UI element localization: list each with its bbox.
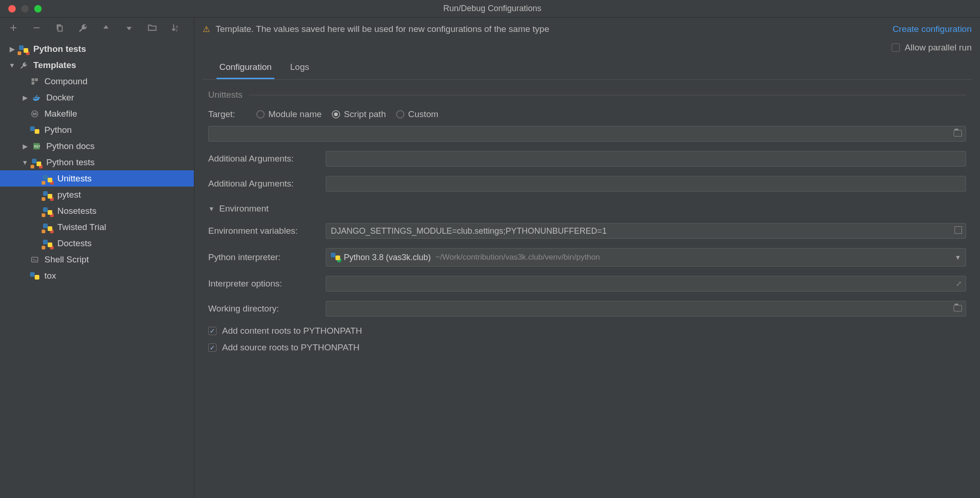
move-down-icon[interactable] (124, 23, 134, 33)
tree-label: Makefile (44, 109, 77, 119)
content-roots-label: Add content roots to PYTHONPATH (222, 326, 362, 336)
tree-node-twisted-trial[interactable]: Twisted Trial (0, 219, 194, 235)
chevron-down-icon: ▼ (208, 205, 215, 212)
source-roots-label: Add source roots to PYTHONPATH (222, 342, 360, 353)
list-edit-icon[interactable] (955, 226, 962, 236)
tree-label: Templates (33, 60, 76, 70)
svg-text:z: z (176, 28, 178, 32)
tree-label: Python tests (33, 44, 86, 54)
tree-label: Compound (44, 76, 87, 87)
additional-args-field-2[interactable] (326, 176, 966, 192)
additional-args-label: Additional Arguments: (208, 154, 319, 164)
chevron-right-icon: ▶ (21, 94, 29, 101)
tree-node-tox[interactable]: tox (0, 268, 194, 284)
tree-label: tox (44, 271, 56, 281)
tree-node-nosetests[interactable]: Nosetests (0, 203, 194, 219)
radio-label: Custom (408, 109, 438, 119)
target-label: Target: (208, 109, 250, 119)
tree-label: Docker (46, 93, 74, 103)
tab-logs[interactable]: Logs (287, 56, 312, 79)
content-panel: ⚠ Template. The values saved here will b… (194, 18, 980, 498)
section-title: Unittests (208, 90, 242, 100)
allow-parallel-run-checkbox[interactable] (892, 44, 900, 52)
working-dir-field[interactable] (326, 301, 966, 317)
tree-label: Python (44, 125, 72, 135)
interpreter-options-field[interactable]: ⤢ (326, 276, 966, 292)
tree-node-python[interactable]: Python (0, 122, 194, 138)
remove-icon[interactable] (31, 23, 42, 33)
content-roots-checkbox[interactable] (208, 327, 217, 335)
tree-label: Shell Script (44, 255, 89, 265)
interpreter-select[interactable]: Python 3.8 (vas3k.club) ~/Work/contribut… (326, 248, 966, 267)
create-configuration-link[interactable]: Create configuration (893, 24, 972, 34)
config-tree: ▶ Python tests ▼ Templates Compound ▶ Do… (0, 38, 194, 284)
chevron-right-icon: ▶ (21, 143, 29, 150)
interpreter-options-label: Interpreter options: (208, 279, 319, 289)
field-value: DJANGO_SETTINGS_MODULE=club.settings;PYT… (331, 226, 607, 236)
tree-node-compound[interactable]: Compound (0, 73, 194, 89)
radio-module-name[interactable]: Module name (256, 109, 322, 119)
divider (249, 95, 966, 95)
target-radio-group: Module name Script path Custom (256, 109, 438, 119)
python-tests-icon (31, 157, 42, 168)
tree-label: Python docs (46, 141, 95, 151)
tabs: Configuration Logs (203, 56, 972, 80)
python-test-icon (43, 222, 53, 232)
environment-section-header[interactable]: ▼ Environment (208, 204, 966, 214)
zoom-window-button[interactable] (34, 5, 42, 12)
tree-node-python-tests[interactable]: ▼ Python tests (0, 154, 194, 170)
shell-icon (30, 255, 40, 265)
chevron-down-icon: ▼ (955, 254, 961, 261)
docker-icon (31, 93, 42, 103)
expand-icon[interactable]: ⤢ (956, 280, 962, 288)
tree-node-doctests[interactable]: Doctests (0, 235, 194, 251)
env-vars-label: Environment variables: (208, 226, 319, 236)
tree-node-python-docs[interactable]: ▶ RST Python docs (0, 138, 194, 154)
allow-parallel-run-label: Allow parallel run (905, 43, 972, 53)
tree-node-templates[interactable]: ▼ Templates (0, 57, 194, 73)
tree-node-unittests[interactable]: Unittests (0, 170, 194, 187)
section-header-unittests: Unittests (208, 90, 966, 100)
additional-args-label-2: Additional Arguments: (208, 179, 319, 189)
source-roots-checkbox[interactable] (208, 343, 217, 352)
tree-node-python-tests-root[interactable]: ▶ Python tests (0, 41, 194, 57)
tab-configuration[interactable]: Configuration (217, 56, 274, 79)
python-test-icon (43, 174, 53, 184)
environment-title: Environment (219, 204, 269, 214)
minimize-window-button[interactable] (21, 5, 29, 12)
target-path-field[interactable] (208, 126, 966, 142)
svg-rect-3 (35, 78, 38, 81)
tree-label: Python tests (46, 157, 95, 168)
copy-icon[interactable] (55, 23, 65, 33)
tree-label: Twisted Trial (57, 222, 106, 232)
window-controls (0, 5, 42, 12)
add-icon[interactable] (8, 23, 19, 33)
interpreter-label: Python interpreter: (208, 252, 319, 262)
wrench-icon (19, 60, 29, 70)
python-test-icon (43, 238, 53, 249)
tree-node-pytest[interactable]: pytest (0, 187, 194, 203)
tree-node-shell-script[interactable]: Shell Script (0, 251, 194, 268)
python-tests-icon (19, 44, 29, 54)
radio-custom[interactable]: Custom (396, 109, 438, 119)
python-test-icon (43, 206, 53, 216)
close-window-button[interactable] (8, 5, 16, 12)
svg-text:RST: RST (34, 145, 41, 148)
radio-label: Script path (344, 109, 386, 119)
radio-script-path[interactable]: Script path (332, 109, 386, 119)
env-vars-field[interactable]: DJANGO_SETTINGS_MODULE=club.settings;PYT… (326, 223, 966, 239)
tree-node-docker[interactable]: ▶ Docker (0, 89, 194, 106)
sort-icon[interactable]: az (170, 23, 180, 33)
tree-node-makefile[interactable]: Makefile (0, 106, 194, 122)
tree-label: Nosetests (57, 206, 96, 216)
browse-folder-icon[interactable] (954, 129, 962, 139)
svg-rect-2 (31, 78, 34, 81)
wrench-icon[interactable] (78, 23, 88, 33)
interpreter-name: Python 3.8 (vas3k.club) (344, 253, 431, 262)
additional-args-field-1[interactable] (326, 151, 966, 167)
folder-icon[interactable] (147, 23, 157, 33)
banner-text: Template. The values saved here will be … (216, 24, 887, 34)
browse-folder-icon[interactable] (954, 304, 962, 314)
warning-icon: ⚠ (203, 24, 210, 34)
move-up-icon[interactable] (101, 23, 111, 33)
